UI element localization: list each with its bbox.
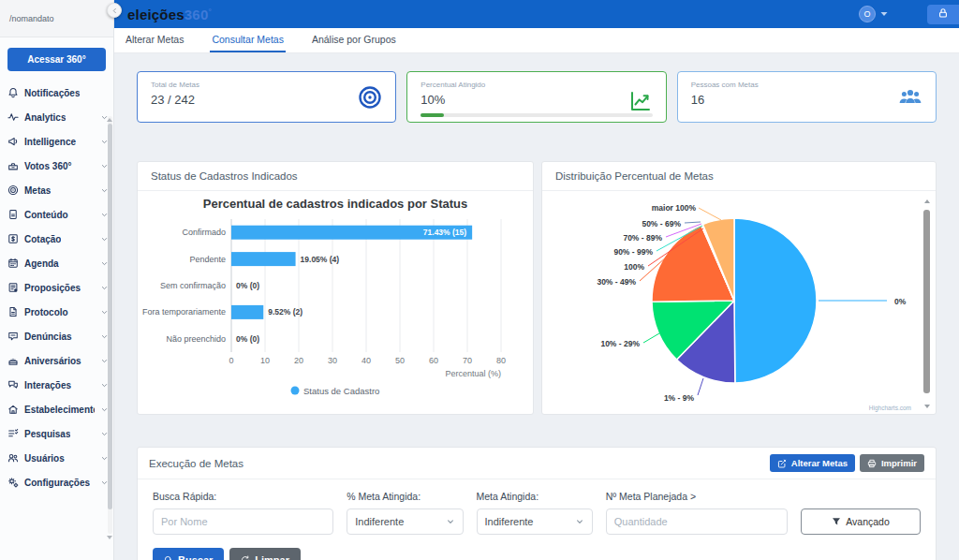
- chevron-down-icon: [575, 517, 584, 526]
- svg-text:0% (0): 0% (0): [236, 334, 259, 344]
- sidebar-item-analytics[interactable]: Analytics: [0, 105, 113, 129]
- sidebar-item-proposicoes[interactable]: Proposições: [0, 275, 113, 300]
- main-content: Total de Metas 23 / 242 Percentual Ating…: [114, 53, 959, 560]
- sidebar-scroll-down-arrow[interactable]: [107, 536, 112, 539]
- sidebar-item-label: Pesquisas: [24, 429, 70, 439]
- svg-text:19.05% (4): 19.05% (4): [301, 255, 340, 264]
- svg-text:80: 80: [496, 356, 506, 365]
- card-total-de-metas: Total de Metas 23 / 242: [137, 71, 396, 123]
- meta-atingida-label: Meta Atingida:: [477, 491, 593, 502]
- user-menu-caret-icon[interactable]: [880, 11, 888, 17]
- svg-text:Percentual (%): Percentual (%): [445, 369, 501, 378]
- pie-panel-title: Distribuição Percentual de Metas: [542, 162, 936, 191]
- cake-icon: [7, 355, 19, 366]
- sidebar-menu: NotificaçõesAnalyticsIntelligenceVotos 3…: [0, 77, 113, 498]
- tabs-bar: Alterar Metas Consultar Metas Análise po…: [114, 28, 959, 53]
- avancado-button[interactable]: Avançado: [801, 508, 921, 535]
- access-360-button[interactable]: Acessar 360°: [7, 48, 106, 71]
- svg-text:50% - 69%: 50% - 69%: [642, 219, 681, 228]
- meta-atingida-select[interactable]: Indiferente: [477, 508, 593, 535]
- sidebar-item-label: Agenda: [24, 258, 59, 269]
- sidebar-collapse-button[interactable]: [107, 3, 122, 18]
- calendar-icon: [7, 258, 19, 269]
- quick-search-input[interactable]: [153, 508, 333, 535]
- sidebar-item-label: Estabelecimentos: [24, 405, 95, 415]
- user-avatar[interactable]: O: [859, 6, 876, 22]
- chevron-left-icon: [111, 2, 119, 19]
- svg-text:50: 50: [395, 356, 405, 365]
- top-header: eleições360° O: [114, 0, 959, 28]
- sidebar-item-usuarios[interactable]: Usuários: [0, 446, 113, 470]
- svg-text:Fora temporariamente: Fora temporariamente: [142, 307, 226, 317]
- sidebar-item-estabelecimentos[interactable]: Estabelecimentos: [0, 397, 113, 421]
- sidebar-item-label: Protocolo: [24, 307, 68, 317]
- sidebar-item-label: Analytics: [24, 112, 66, 123]
- num-meta-input[interactable]: [606, 508, 788, 535]
- sidebar-item-label: Usuários: [24, 453, 65, 464]
- sidebar-scrollbar-thumb[interactable]: [108, 124, 112, 509]
- sidebar-item-configuracoes[interactable]: Configurações: [0, 470, 113, 494]
- sidebar-item-notificacoes[interactable]: Notificações: [0, 81, 113, 105]
- svg-text:Pendente: Pendente: [189, 255, 226, 264]
- doc-icon: [7, 209, 19, 220]
- sidebar: /nomandato Acessar 360° NotificaçõesAnal…: [0, 0, 114, 560]
- sidebar-item-votos-360[interactable]: Votos 360°: [0, 154, 113, 178]
- bar-chart-panel: Status de Cadastros Indicados 0102030405…: [137, 161, 534, 415]
- sidebar-scroll-up-arrow[interactable]: [107, 118, 112, 122]
- pie-scroll-down-arrow[interactable]: [924, 405, 930, 408]
- svg-text:0% (0): 0% (0): [236, 281, 259, 290]
- sidebar-item-interacoes[interactable]: Interações: [0, 373, 113, 397]
- sidebar-item-aniversarios[interactable]: Aniversários: [0, 348, 113, 373]
- line-chart-icon: [628, 89, 653, 113]
- pulse-icon: [7, 111, 19, 123]
- pct-meta-label: % Meta Atingida:: [347, 491, 463, 502]
- svg-text:9.52% (2): 9.52% (2): [268, 307, 302, 317]
- svg-text:0%: 0%: [894, 297, 907, 306]
- stat-value: 10%: [420, 93, 652, 107]
- svg-text:70: 70: [463, 356, 472, 365]
- stat-value: 23 / 242: [151, 93, 382, 107]
- sidebar-scrollbar[interactable]: [108, 116, 112, 534]
- tab-consultar-metas[interactable]: Consultar Metas: [210, 28, 285, 52]
- target-icon: [358, 85, 382, 110]
- svg-text:71.43% (15): 71.43% (15): [423, 228, 466, 237]
- sidebar-item-metas[interactable]: Metas: [0, 178, 113, 202]
- bullhorn-icon: [7, 136, 19, 147]
- pie-scroll-up-arrow[interactable]: [924, 199, 930, 203]
- tab-analise-por-grupos[interactable]: Análise por Grupos: [310, 28, 398, 52]
- workspace-bar: /nomandato: [0, 0, 113, 37]
- sidebar-item-intelligence[interactable]: Intelligence: [0, 129, 113, 154]
- sidebar-item-label: Intelligence: [24, 137, 76, 147]
- sidebar-item-denuncias[interactable]: Denúncias: [0, 324, 113, 348]
- buscar-button[interactable]: Buscar: [153, 548, 224, 560]
- sidebar-item-label: Notificações: [24, 88, 80, 98]
- stat-value: 16: [691, 93, 922, 107]
- sidebar-item-conteudo[interactable]: Conteúdo: [0, 202, 113, 227]
- pie-panel-scrollbar[interactable]: [922, 197, 932, 408]
- listdoc-icon: [7, 282, 19, 293]
- tab-alterar-metas[interactable]: Alterar Metas: [124, 28, 185, 52]
- sidebar-item-pesquisas[interactable]: Pesquisas: [0, 421, 113, 446]
- pie-chart-panel: Distribuição Percentual de Metas 0%1% - …: [541, 161, 937, 415]
- survey-icon: [7, 428, 19, 439]
- limpar-button[interactable]: Limpar: [229, 548, 301, 560]
- card-pessoas-com-metas: Pessoas com Metas 16: [677, 71, 937, 123]
- pct-meta-select[interactable]: Indiferente: [347, 508, 463, 535]
- stat-label: Percentual Atingido: [420, 81, 652, 89]
- progress-bar: [420, 113, 652, 117]
- logo-text-light: 360: [184, 7, 209, 22]
- svg-text:maior 100%: maior 100%: [652, 203, 697, 213]
- edit-icon: [777, 459, 787, 468]
- sidebar-item-agenda[interactable]: Agenda: [0, 251, 113, 275]
- sidebar-item-cotacao[interactable]: Cotação: [0, 227, 113, 251]
- exec-panel-title: Execução de Metas: [149, 458, 770, 469]
- pie-scrollbar-thumb[interactable]: [923, 210, 930, 393]
- alterar-metas-button[interactable]: Alterar Metas: [770, 454, 855, 472]
- sidebar-item-label: Conteúdo: [24, 210, 68, 220]
- pie-chart: 0%1% - 9%10% - 29%30% - 49%50% - 69%70% …: [542, 191, 936, 414]
- lock-button[interactable]: [927, 5, 959, 24]
- sidebar-item-protocolo[interactable]: Protocolo: [0, 300, 113, 324]
- imprimir-button[interactable]: Imprimir: [860, 454, 924, 472]
- stat-label: Total de Metas: [151, 81, 382, 89]
- svg-text:100%: 100%: [624, 262, 644, 272]
